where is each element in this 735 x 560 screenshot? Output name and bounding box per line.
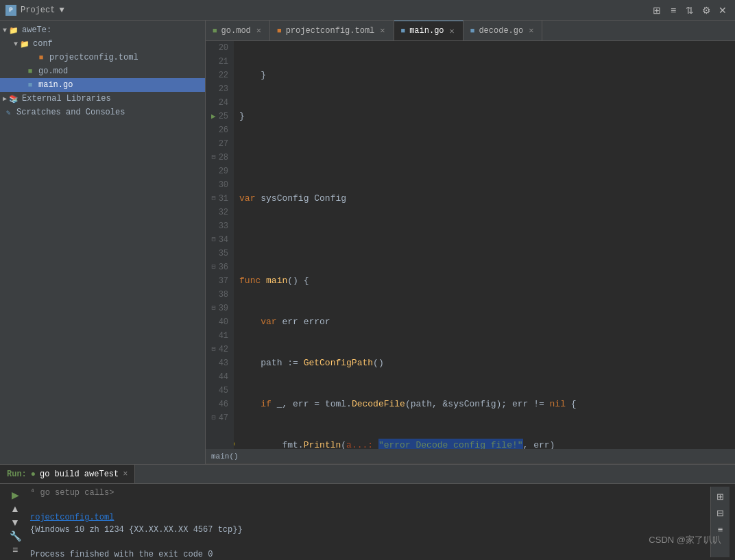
code-line-22	[239, 151, 730, 165]
line-num-22: 22	[211, 69, 228, 82]
ext-icon: 📚	[8, 93, 19, 104]
lightbulb-icon[interactable]: 💡	[234, 440, 237, 449]
scratch-icon: ✎	[3, 107, 14, 118]
fold-icon-36[interactable]: ⊟	[212, 260, 216, 274]
line-num-35: 35	[211, 247, 228, 260]
code-editor[interactable]: 20 21 22 23 24 ▶ 25 26 27 ⊟ 28 29 30 ⊟	[206, 41, 735, 449]
tab-decodego-close[interactable]: ✕	[527, 25, 535, 36]
sidebar-maingo-label: main.go	[38, 80, 73, 90]
sidebar-item-conf[interactable]: ▼ 📁 conf	[0, 37, 205, 51]
sidebar-item-ext-libs[interactable]: ▶ 📚 External Libraries	[0, 92, 205, 106]
arrow-icon: ▼	[3, 27, 7, 34]
tab-decodego[interactable]: ■ decode.go ✕	[463, 21, 543, 40]
tab-maingo-label: main.go	[409, 26, 444, 36]
toolbar-close-btn[interactable]: ✕	[716, 3, 730, 17]
line-num-27: 27	[211, 137, 228, 151]
code-line-21: }	[239, 110, 730, 123]
main-layout: ▼ 📁 aweTe: ▼ 📁 conf ■ projectconfig.toml	[0, 21, 735, 464]
go-tab-decode-icon: ■	[470, 27, 475, 35]
code-content[interactable]: } } var sysConfig Config func main() { v…	[234, 41, 735, 449]
watermark: CSDN @家了叭叭	[649, 534, 721, 546]
tab-bar: ■ go.mod ✕ ■ projectconfig.toml ✕ ■ main…	[206, 21, 735, 41]
line-num-33: 33	[211, 219, 228, 233]
code-line-27: path := GetConfigPath()	[239, 356, 730, 370]
sidebar-item-root[interactable]: ▼ 📁 aweTe:	[0, 23, 205, 37]
run-filter-btn[interactable]: ≡	[8, 544, 22, 555]
output-line-2	[30, 499, 705, 511]
folder-icon: 📁	[8, 25, 19, 36]
run-up-btn[interactable]: ▲	[8, 503, 22, 514]
sidebar-root-label: aweTe:	[22, 25, 51, 35]
side-icon-1[interactable]: ⊞	[714, 489, 727, 503]
sidebar-item-gomod[interactable]: ■ go.mod	[0, 64, 205, 78]
run-icon[interactable]: ▶	[211, 110, 216, 123]
line-num-21: 21	[211, 55, 228, 69]
title-bar-left: P Project ▼	[5, 5, 64, 16]
line-num-32: 32	[211, 206, 228, 219]
toolbar-sort-btn[interactable]: ⇅	[683, 3, 697, 17]
line-num-45: 45	[211, 384, 228, 398]
output-line-3[interactable]: rojectconfig.toml	[30, 511, 705, 524]
sidebar-scratches-label: Scratches and Consoles	[16, 108, 125, 117]
bottom-tabs: Run: ● go build aweTest ×	[0, 465, 735, 484]
line-num-25: ▶ 25	[211, 110, 228, 123]
toolbar-grid-btn[interactable]: ⊞	[650, 3, 664, 17]
line-numbers: 20 21 22 23 24 ▶ 25 26 27 ⊟ 28 29 30 ⊟	[206, 41, 234, 449]
line-num-23: 23	[211, 82, 228, 96]
toolbar-list-btn[interactable]: ≡	[666, 3, 680, 17]
title-toolbar: ⊞ ≡ ⇅ ⚙ ✕	[650, 3, 730, 17]
sidebar-item-maingo[interactable]: ■ main.go	[0, 78, 205, 92]
code-line-26: var err error	[239, 315, 730, 329]
title-bar: P Project ▼ ⊞ ≡ ⇅ ⚙ ✕	[0, 0, 735, 21]
output-line-4: {Windows 10 zh 1234 {XX.XX.XX.XX 4567 tc…	[30, 524, 705, 536]
sidebar-item-projectconfig-toml[interactable]: ■ projectconfig.toml	[0, 51, 205, 64]
run-tab-label: go build aweTest	[40, 470, 119, 479]
line-num-46: 46	[211, 398, 228, 411]
fold-icon-34[interactable]: ⊟	[212, 233, 216, 247]
bottom-content: ▶ ▲ ▼ 🔧 ≡ ↩ ⁴ go setup calls> rojectconf…	[0, 484, 735, 560]
toml-icon: ■	[36, 52, 47, 63]
line-num-41: 41	[211, 329, 228, 343]
fold-icon-31[interactable]: ⊟	[212, 192, 216, 206]
line-num-38: 38	[211, 288, 228, 302]
run-tool-btn[interactable]: 🔧	[8, 531, 22, 541]
side-icon-2[interactable]: ⊟	[714, 506, 727, 520]
folder-icon: 📁	[19, 38, 30, 49]
code-line-25: func main() {	[239, 274, 730, 288]
bottom-toolbar: ▶ ▲ ▼ 🔧 ≡ ↩	[5, 487, 25, 557]
sidebar-conf-label: conf	[33, 39, 53, 49]
tab-maingo-close[interactable]: ✕	[448, 26, 456, 36]
tab-decodego-label: decode.go	[479, 26, 523, 36]
fold-icon-42[interactable]: ⊟	[212, 343, 216, 356]
tab-projectconfig-label: projectconfig.toml	[286, 26, 375, 36]
tab-gomod[interactable]: ■ go.mod ✕	[206, 21, 270, 40]
line-num-37: 37	[211, 274, 228, 288]
sidebar-item-scratches[interactable]: ✎ Scratches and Consoles	[0, 106, 205, 119]
tab-projectconfig[interactable]: ■ projectconfig.toml ✕	[270, 21, 394, 40]
toolbar-settings-btn[interactable]: ⚙	[699, 3, 713, 17]
line-num-28: ⊟ 28	[211, 151, 228, 165]
run-tab[interactable]: Run: ● go build aweTest ×	[0, 465, 135, 483]
line-num-34: ⊟ 34	[211, 233, 228, 247]
run-label: Run:	[7, 470, 27, 479]
sidebar-projectconfig-label: projectconfig.toml	[49, 53, 138, 62]
code-line-23: var sysConfig Config	[239, 192, 730, 206]
fold-icon-47[interactable]: ⊟	[212, 411, 216, 425]
mod-icon: ■	[25, 66, 36, 77]
dropdown-icon[interactable]: ▼	[59, 5, 64, 15]
line-num-29: 29	[211, 165, 228, 178]
run-down-btn[interactable]: ▼	[8, 517, 22, 528]
tab-gomod-close[interactable]: ✕	[255, 25, 263, 36]
mod-tab-icon: ■	[213, 27, 217, 35]
line-num-43: 43	[211, 356, 228, 370]
line-num-20: 20	[211, 41, 228, 55]
fold-icon-39[interactable]: ⊟	[212, 302, 216, 315]
fold-icon-28[interactable]: ⊟	[212, 151, 216, 165]
tab-projectconfig-close[interactable]: ✕	[378, 25, 386, 36]
line-num-31: ⊟ 31	[211, 192, 228, 206]
arrow-icon: ▶	[3, 95, 7, 103]
tab-maingo[interactable]: ■ main.go ✕	[394, 21, 463, 40]
line-num-44: 44	[211, 370, 228, 384]
run-tab-close[interactable]: ×	[123, 470, 128, 479]
run-play-btn[interactable]: ▶	[8, 489, 22, 500]
